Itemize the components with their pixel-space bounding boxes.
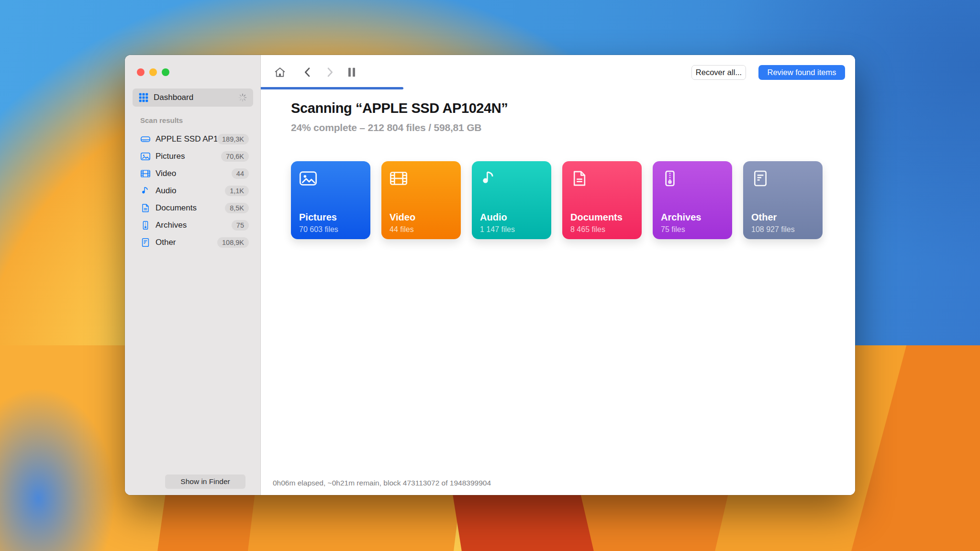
card-documents[interactable]: Documents 8 465 files: [562, 161, 642, 239]
card-file-count: 8 465 files: [570, 225, 605, 234]
scan-results-list: APPLE SSD AP1... 189,3K Pictures 70,6K V…: [133, 131, 253, 251]
card-other[interactable]: Other 108 927 files: [743, 161, 823, 239]
pause-button[interactable]: [345, 66, 358, 79]
close-button[interactable]: [137, 68, 145, 76]
scan-results-header: Scan results: [140, 116, 183, 124]
documents-icon: [570, 169, 589, 188]
count-badge: 44: [232, 168, 249, 179]
sidebar-item-label: Archives: [156, 220, 232, 230]
scan-progress-bar: [261, 87, 855, 89]
sidebar-item-label: Documents: [156, 203, 225, 213]
minimize-button[interactable]: [149, 68, 157, 76]
card-file-count: 108 927 files: [751, 225, 795, 234]
card-label: Archives: [661, 212, 702, 223]
card-file-count: 75 files: [661, 225, 685, 234]
app-window: Dashboard Scan results APPLE SSD AP1... …: [125, 55, 855, 495]
back-button[interactable]: [301, 66, 314, 79]
scan-progress-fill: [261, 87, 403, 89]
recover-all-button[interactable]: Recover all...: [691, 65, 746, 80]
sidebar-item-video[interactable]: Video 44: [133, 165, 253, 182]
card-label: Documents: [570, 212, 623, 223]
sidebar-item-archives[interactable]: Archives 75: [133, 217, 253, 234]
card-label: Video: [390, 212, 415, 223]
sidebar-item-documents[interactable]: Documents 8,5K: [133, 199, 253, 217]
show-in-finder-button[interactable]: Show in Finder: [165, 474, 245, 489]
card-video[interactable]: Video 44 files: [381, 161, 461, 239]
sidebar-item-other[interactable]: Other 108,9K: [133, 234, 253, 251]
sidebar-item-label: Video: [156, 169, 232, 178]
other-icon: [140, 237, 151, 248]
archives-icon: [660, 169, 679, 188]
scan-progress-text: 24% complete – 212 804 files / 598,81 GB: [291, 122, 481, 133]
card-archives[interactable]: Archives 75 files: [653, 161, 732, 239]
page-title: Scanning “APPLE SSD AP1024N”: [291, 100, 508, 116]
scan-status-text: 0h06m elapsed, ~0h21m remain, block 4731…: [273, 479, 491, 487]
other-icon: [751, 169, 770, 188]
card-label: Other: [751, 212, 777, 223]
card-file-count: 1 147 files: [480, 225, 515, 234]
forward-button[interactable]: [323, 66, 336, 79]
sidebar-item-label: Other: [156, 238, 217, 247]
card-audio[interactable]: Audio 1 147 files: [472, 161, 551, 239]
card-label: Pictures: [299, 212, 337, 223]
count-badge: 8,5K: [225, 203, 249, 213]
count-badge: 108,9K: [217, 237, 249, 248]
count-badge: 1,1K: [225, 186, 249, 196]
archives-icon: [140, 220, 151, 231]
card-pictures[interactable]: Pictures 70 603 files: [291, 161, 370, 239]
window-controls: [137, 68, 169, 76]
category-cards: Pictures 70 603 files Video 44 files Aud…: [291, 161, 823, 239]
pictures-icon: [140, 151, 151, 162]
sidebar: Dashboard Scan results APPLE SSD AP1... …: [125, 55, 261, 495]
drive-icon: [140, 134, 151, 144]
card-file-count: 70 603 files: [299, 225, 338, 234]
content-area: Recover all... Review found items Scanni…: [261, 55, 855, 495]
count-badge: 189,3K: [217, 134, 249, 144]
sidebar-item-label: Audio: [156, 186, 225, 196]
zoom-button[interactable]: [162, 68, 169, 76]
card-file-count: 44 files: [390, 225, 414, 234]
count-badge: 70,6K: [221, 151, 249, 162]
sidebar-item-label: Pictures: [156, 152, 221, 161]
review-found-items-button[interactable]: Review found items: [758, 65, 845, 80]
count-badge: 75: [232, 220, 249, 231]
sidebar-item-audio[interactable]: Audio 1,1K: [133, 182, 253, 199]
sidebar-item-drive[interactable]: APPLE SSD AP1... 189,3K: [133, 131, 253, 148]
sidebar-item-label: Dashboard: [154, 93, 238, 102]
documents-icon: [140, 203, 151, 213]
pictures-icon: [299, 169, 318, 188]
audio-icon: [479, 169, 499, 188]
video-icon: [140, 168, 151, 179]
grid-icon: [138, 92, 149, 103]
home-icon[interactable]: [273, 66, 287, 79]
card-label: Audio: [480, 212, 507, 223]
activity-spinner-icon: [238, 93, 247, 102]
video-icon: [389, 169, 408, 188]
sidebar-item-label: APPLE SSD AP1...: [156, 134, 217, 144]
sidebar-item-dashboard[interactable]: Dashboard: [133, 88, 253, 107]
audio-icon: [140, 186, 151, 196]
sidebar-item-pictures[interactable]: Pictures 70,6K: [133, 148, 253, 165]
